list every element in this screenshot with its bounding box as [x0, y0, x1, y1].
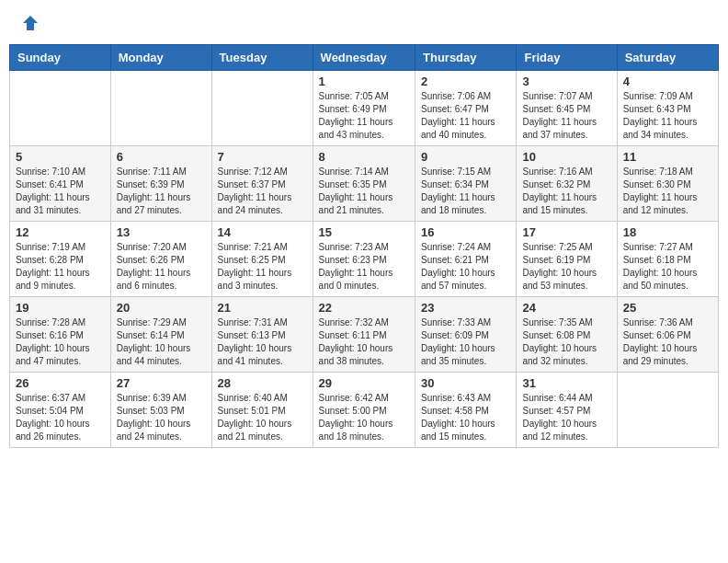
weekday-header-saturday: Saturday [617, 45, 718, 71]
weekday-header-monday: Monday [110, 45, 211, 71]
logo [18, 14, 40, 32]
calendar-table: SundayMondayTuesdayWednesdayThursdayFrid… [9, 44, 719, 448]
day-cell: 30Sunrise: 6:43 AM Sunset: 4:58 PM Dayli… [415, 373, 517, 448]
day-cell [10, 71, 111, 146]
week-row-3: 12Sunrise: 7:19 AM Sunset: 6:28 PM Dayli… [10, 222, 719, 297]
day-info: Sunrise: 7:18 AM Sunset: 6:30 PM Dayligh… [623, 166, 712, 217]
day-cell: 8Sunrise: 7:14 AM Sunset: 6:35 PM Daylig… [313, 146, 415, 222]
day-cell: 14Sunrise: 7:21 AM Sunset: 6:25 PM Dayli… [211, 222, 313, 297]
day-info: Sunrise: 7:36 AM Sunset: 6:06 PM Dayligh… [623, 316, 712, 368]
day-info: Sunrise: 7:25 AM Sunset: 6:19 PM Dayligh… [522, 241, 610, 293]
day-info: Sunrise: 7:11 AM Sunset: 6:39 PM Dayligh… [117, 166, 206, 217]
day-info: Sunrise: 7:19 AM Sunset: 6:28 PM Dayligh… [16, 241, 105, 293]
day-cell: 29Sunrise: 6:42 AM Sunset: 5:00 PM Dayli… [313, 373, 415, 448]
day-number: 29 [319, 376, 409, 390]
day-number: 21 [218, 301, 307, 315]
day-info: Sunrise: 7:16 AM Sunset: 6:32 PM Dayligh… [522, 166, 610, 217]
day-info: Sunrise: 7:31 AM Sunset: 6:13 PM Dayligh… [218, 316, 307, 368]
week-row-1: 1Sunrise: 7:05 AM Sunset: 6:49 PM Daylig… [10, 71, 719, 146]
week-row-5: 26Sunrise: 6:37 AM Sunset: 5:04 PM Dayli… [10, 373, 719, 448]
day-cell: 19Sunrise: 7:28 AM Sunset: 6:16 PM Dayli… [10, 297, 111, 373]
day-number: 23 [421, 301, 510, 315]
day-cell: 22Sunrise: 7:32 AM Sunset: 6:11 PM Dayli… [313, 297, 415, 373]
day-info: Sunrise: 7:27 AM Sunset: 6:18 PM Dayligh… [623, 241, 712, 293]
day-info: Sunrise: 7:07 AM Sunset: 6:45 PM Dayligh… [522, 90, 610, 142]
day-number: 22 [319, 301, 409, 315]
day-cell: 21Sunrise: 7:31 AM Sunset: 6:13 PM Dayli… [211, 297, 313, 373]
day-info: Sunrise: 7:21 AM Sunset: 6:25 PM Dayligh… [218, 241, 307, 293]
day-cell: 23Sunrise: 7:33 AM Sunset: 6:09 PM Dayli… [415, 297, 517, 373]
day-number: 19 [16, 301, 105, 315]
day-cell: 20Sunrise: 7:29 AM Sunset: 6:14 PM Dayli… [110, 297, 211, 373]
day-cell: 25Sunrise: 7:36 AM Sunset: 6:06 PM Dayli… [617, 297, 718, 373]
day-info: Sunrise: 7:09 AM Sunset: 6:43 PM Dayligh… [623, 90, 712, 142]
day-number: 27 [117, 376, 206, 390]
day-info: Sunrise: 6:37 AM Sunset: 5:04 PM Dayligh… [16, 392, 105, 443]
day-info: Sunrise: 6:40 AM Sunset: 5:01 PM Dayligh… [218, 392, 307, 443]
weekday-header-tuesday: Tuesday [211, 45, 313, 71]
day-info: Sunrise: 7:23 AM Sunset: 6:23 PM Dayligh… [319, 241, 409, 293]
day-cell: 2Sunrise: 7:06 AM Sunset: 6:47 PM Daylig… [415, 71, 517, 146]
day-info: Sunrise: 7:05 AM Sunset: 6:49 PM Dayligh… [319, 90, 409, 142]
day-cell: 28Sunrise: 6:40 AM Sunset: 5:01 PM Dayli… [211, 373, 313, 448]
day-info: Sunrise: 7:33 AM Sunset: 6:09 PM Dayligh… [421, 316, 510, 368]
day-number: 30 [421, 376, 510, 390]
day-info: Sunrise: 7:12 AM Sunset: 6:37 PM Dayligh… [218, 166, 307, 217]
weekday-header-row: SundayMondayTuesdayWednesdayThursdayFrid… [10, 45, 719, 71]
day-info: Sunrise: 6:42 AM Sunset: 5:00 PM Dayligh… [319, 392, 409, 443]
week-row-2: 5Sunrise: 7:10 AM Sunset: 6:41 PM Daylig… [10, 146, 719, 222]
day-number: 3 [522, 75, 610, 88]
day-number: 28 [218, 376, 307, 390]
day-cell: 13Sunrise: 7:20 AM Sunset: 6:26 PM Dayli… [110, 222, 211, 297]
day-info: Sunrise: 7:24 AM Sunset: 6:21 PM Dayligh… [421, 241, 510, 293]
day-cell: 15Sunrise: 7:23 AM Sunset: 6:23 PM Dayli… [313, 222, 415, 297]
day-cell: 16Sunrise: 7:24 AM Sunset: 6:21 PM Dayli… [415, 222, 517, 297]
day-info: Sunrise: 7:20 AM Sunset: 6:26 PM Dayligh… [117, 241, 206, 293]
day-cell: 24Sunrise: 7:35 AM Sunset: 6:08 PM Dayli… [517, 297, 617, 373]
day-cell: 31Sunrise: 6:44 AM Sunset: 4:57 PM Dayli… [517, 373, 617, 448]
day-cell: 9Sunrise: 7:15 AM Sunset: 6:34 PM Daylig… [415, 146, 517, 222]
day-cell: 17Sunrise: 7:25 AM Sunset: 6:19 PM Dayli… [517, 222, 617, 297]
day-number: 25 [623, 301, 712, 315]
day-number: 14 [218, 225, 307, 239]
day-info: Sunrise: 6:44 AM Sunset: 4:57 PM Dayligh… [522, 392, 610, 443]
day-number: 17 [522, 225, 610, 239]
day-info: Sunrise: 7:32 AM Sunset: 6:11 PM Dayligh… [319, 316, 409, 368]
day-number: 9 [421, 150, 510, 164]
day-info: Sunrise: 7:06 AM Sunset: 6:47 PM Dayligh… [421, 90, 510, 142]
day-number: 5 [16, 150, 105, 164]
day-info: Sunrise: 7:28 AM Sunset: 6:16 PM Dayligh… [16, 316, 105, 368]
day-info: Sunrise: 7:14 AM Sunset: 6:35 PM Dayligh… [319, 166, 409, 217]
weekday-header-sunday: Sunday [10, 45, 111, 71]
day-info: Sunrise: 7:35 AM Sunset: 6:08 PM Dayligh… [522, 316, 610, 368]
day-number: 12 [16, 225, 105, 239]
week-row-4: 19Sunrise: 7:28 AM Sunset: 6:16 PM Dayli… [10, 297, 719, 373]
day-cell: 27Sunrise: 6:39 AM Sunset: 5:03 PM Dayli… [110, 373, 211, 448]
day-info: Sunrise: 6:43 AM Sunset: 4:58 PM Dayligh… [421, 392, 510, 443]
day-number: 31 [522, 376, 610, 390]
weekday-header-thursday: Thursday [415, 45, 517, 71]
day-number: 20 [117, 301, 206, 315]
day-number: 11 [623, 150, 712, 164]
day-number: 10 [522, 150, 610, 164]
day-cell: 12Sunrise: 7:19 AM Sunset: 6:28 PM Dayli… [10, 222, 111, 297]
day-number: 16 [421, 225, 510, 239]
page-header [9, 9, 719, 37]
day-cell [110, 71, 211, 146]
day-cell: 4Sunrise: 7:09 AM Sunset: 6:43 PM Daylig… [617, 71, 718, 146]
day-info: Sunrise: 7:15 AM Sunset: 6:34 PM Dayligh… [421, 166, 510, 217]
day-cell: 11Sunrise: 7:18 AM Sunset: 6:30 PM Dayli… [617, 146, 718, 222]
svg-marker-0 [23, 16, 38, 30]
day-number: 18 [623, 225, 712, 239]
weekday-header-wednesday: Wednesday [313, 45, 415, 71]
day-number: 15 [319, 225, 409, 239]
day-number: 24 [522, 301, 610, 315]
day-info: Sunrise: 7:10 AM Sunset: 6:41 PM Dayligh… [16, 166, 105, 217]
day-cell: 3Sunrise: 7:07 AM Sunset: 6:45 PM Daylig… [517, 71, 617, 146]
day-cell: 5Sunrise: 7:10 AM Sunset: 6:41 PM Daylig… [10, 146, 111, 222]
day-cell: 10Sunrise: 7:16 AM Sunset: 6:32 PM Dayli… [517, 146, 617, 222]
logo-icon [21, 14, 40, 32]
day-cell: 1Sunrise: 7:05 AM Sunset: 6:49 PM Daylig… [313, 71, 415, 146]
weekday-header-friday: Friday [517, 45, 617, 71]
day-cell: 18Sunrise: 7:27 AM Sunset: 6:18 PM Dayli… [617, 222, 718, 297]
